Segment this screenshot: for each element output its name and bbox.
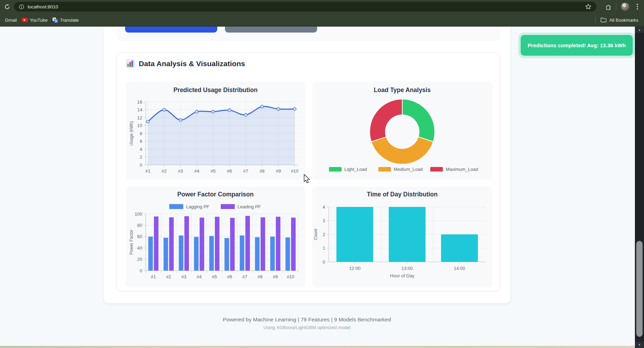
svg-text:40: 40	[137, 245, 142, 251]
address-bar[interactable]: localhost:8010	[14, 2, 596, 12]
svg-text:Time of Day Distribution: Time of Day Distribution	[367, 191, 438, 198]
svg-text:#1: #1	[151, 274, 156, 279]
section-header: Data Analysis & Visualizations	[126, 59, 245, 68]
svg-text:0: 0	[140, 162, 142, 168]
all-bookmarks-button[interactable]: All Bookmarks	[609, 18, 638, 23]
svg-text:3: 3	[323, 218, 325, 223]
extensions-icon[interactable]	[605, 3, 612, 11]
page-scrollbar[interactable]: ▲ ▼	[635, 27, 644, 348]
site-info-icon[interactable]	[19, 4, 24, 9]
svg-text:Count: Count	[313, 229, 318, 240]
svg-text:Leading PF: Leading PF	[238, 204, 261, 209]
svg-text:Lagging PF: Lagging PF	[186, 204, 210, 209]
svg-text:Usage (kWh): Usage (kWh)	[129, 121, 134, 146]
svg-text:2: 2	[140, 154, 142, 160]
svg-text:#7: #7	[243, 168, 248, 174]
footer-line1: Powered by Machine Learning | 79 Feature…	[104, 316, 510, 323]
svg-text:Power Factor Comparison: Power Factor Comparison	[177, 191, 254, 198]
svg-text:4: 4	[323, 204, 325, 210]
svg-text:#9: #9	[273, 274, 278, 279]
svg-text:#4: #4	[197, 274, 201, 279]
scroll-down-arrow[interactable]: ▼	[635, 342, 644, 348]
browser-toolbar: localhost:8010	[0, 0, 644, 13]
chart-load-type-donut: Load Type AnalysisLight_LoadMedium_LoadM…	[312, 82, 492, 180]
youtube-icon	[22, 18, 28, 22]
bookmark-youtube[interactable]: YouTube	[22, 18, 48, 23]
chart-time-of-day-bars: Time of Day Distribution0123412:0013:001…	[312, 187, 492, 287]
svg-text:Maximum_Load: Maximum_Load	[446, 167, 478, 172]
top-panel-partial	[116, 27, 500, 41]
svg-text:Medium_Load: Medium_Load	[394, 167, 423, 172]
bar-chart-emoji-icon	[126, 59, 135, 68]
svg-text:#8: #8	[258, 274, 262, 279]
svg-text:20: 20	[137, 257, 142, 262]
svg-text:#7: #7	[242, 274, 247, 279]
svg-text:16: 16	[137, 99, 142, 105]
secondary-button-partial[interactable]	[225, 27, 317, 33]
scroll-up-arrow[interactable]: ▲	[635, 27, 644, 33]
bookmarks-separator	[595, 16, 596, 23]
translate-icon: Aa	[53, 18, 58, 23]
bookmark-translate[interactable]: Aa Translate	[53, 18, 79, 23]
svg-text:Power Factor: Power Factor	[129, 230, 134, 255]
section-title: Data Analysis & Visualizations	[139, 60, 245, 68]
svg-text:#8: #8	[260, 168, 265, 174]
svg-text:100: 100	[135, 211, 142, 217]
svg-text:Light_Load: Light_Load	[344, 167, 367, 172]
svg-text:12: 12	[137, 115, 142, 120]
scrollbar-thumb[interactable]	[636, 241, 643, 337]
primary-button-partial[interactable]	[125, 27, 217, 33]
url-text[interactable]: localhost:8010	[28, 4, 58, 9]
svg-text:14: 14	[137, 107, 142, 112]
svg-text:1: 1	[323, 245, 325, 251]
svg-text:#9: #9	[276, 168, 281, 174]
toast-notification: Predictions completed! Avg: 13.36 kWh	[521, 35, 633, 56]
svg-text:#3: #3	[181, 274, 186, 279]
bookmarks-bar: Gmail YouTube Aa Translate All Bookmarks	[0, 13, 644, 27]
svg-text:#10: #10	[287, 274, 294, 279]
svg-text:12:00: 12:00	[349, 266, 361, 271]
svg-text:#2: #2	[162, 168, 166, 174]
svg-text:4: 4	[140, 147, 142, 152]
svg-text:#2: #2	[166, 274, 171, 279]
svg-text:#6: #6	[227, 274, 232, 279]
browser-chrome: localhost:8010 Gmail YouTube Aa Translat…	[0, 0, 644, 27]
reload-icon[interactable]	[3, 2, 11, 11]
desktop-sliver	[0, 346, 635, 348]
svg-text:#3: #3	[178, 168, 183, 174]
web-page: Data Analysis & Visualizations Predicted…	[0, 27, 644, 348]
svg-text:80: 80	[137, 223, 142, 228]
svg-text:10: 10	[137, 123, 142, 128]
svg-text:0: 0	[140, 268, 142, 273]
toast-text: Predictions completed! Avg: 13.36 kWh	[528, 42, 626, 48]
svg-text:#1: #1	[145, 168, 150, 174]
svg-text:Load Type Analysis: Load Type Analysis	[374, 86, 431, 93]
svg-text:#5: #5	[212, 274, 217, 279]
svg-text:14:00: 14:00	[454, 266, 465, 271]
svg-text:#4: #4	[194, 168, 199, 174]
footer-line2: Using XGBoost/LightGBM optimized model	[104, 325, 510, 330]
folder-icon	[601, 18, 607, 22]
profile-avatar[interactable]	[621, 2, 629, 11]
svg-text:0: 0	[323, 259, 325, 265]
toolbar-separator	[616, 3, 616, 10]
bookmark-star-icon[interactable]	[585, 4, 591, 11]
svg-text:Predicted Usage Distribution: Predicted Usage Distribution	[173, 86, 258, 93]
bookmark-gmail[interactable]: Gmail	[5, 18, 17, 23]
svg-text:6: 6	[140, 139, 142, 144]
svg-text:60: 60	[137, 234, 142, 239]
svg-text:#5: #5	[211, 168, 215, 174]
chart-predicted-usage-line: Predicted Usage Distribution024681012141…	[126, 82, 305, 180]
svg-text:#10: #10	[291, 168, 299, 174]
visualizations-card: Data Analysis & Visualizations Predicted…	[116, 53, 500, 291]
svg-text:#6: #6	[227, 168, 232, 174]
svg-text:8: 8	[140, 131, 142, 136]
svg-text:2: 2	[323, 232, 325, 237]
svg-text:Hour of Day: Hour of Day	[390, 273, 415, 278]
browser-menu-icon[interactable]	[633, 3, 641, 11]
svg-text:13:00: 13:00	[402, 266, 413, 271]
chart-power-factor-bars: Power Factor ComparisonLagging PFLeading…	[126, 187, 305, 287]
